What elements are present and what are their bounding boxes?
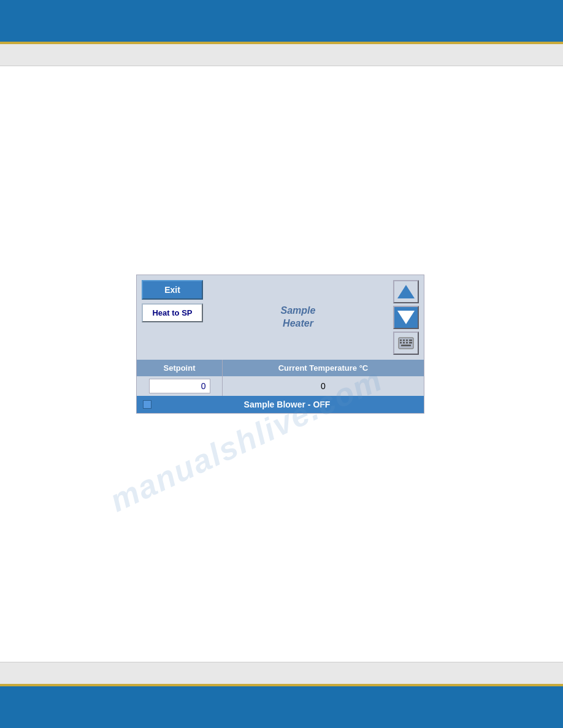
heat-to-sp-button[interactable]: Heat to SP [142, 303, 203, 322]
keyboard-icon [398, 337, 414, 349]
svg-rect-2 [403, 339, 405, 341]
keyboard-button[interactable] [393, 332, 419, 355]
svg-rect-7 [406, 342, 408, 344]
svg-rect-3 [406, 339, 408, 341]
top-bar [0, 0, 563, 42]
arrow-up-button[interactable] [393, 280, 419, 303]
svg-rect-6 [403, 342, 405, 344]
current-temp-cell: 0 [223, 376, 424, 396]
svg-rect-1 [400, 339, 402, 341]
arrow-down-icon [397, 311, 415, 324]
svg-rect-9 [401, 345, 411, 347]
blower-label: Sample Blower - OFF [156, 400, 418, 409]
right-controls [393, 280, 419, 355]
current-temp-value: 0 [321, 381, 326, 391]
footer-area [0, 662, 563, 684]
dialog-title: Sample Heater [208, 280, 388, 355]
blower-row[interactable]: Sample Blower - OFF [137, 396, 424, 413]
arrow-down-button[interactable] [393, 306, 419, 329]
main-content: Exit Heat to SP Sample Heater [0, 66, 563, 685]
bottom-bar [0, 686, 563, 728]
col-setpoint-header: Setpoint [137, 360, 223, 376]
svg-rect-5 [400, 342, 402, 344]
nav-area [0, 44, 563, 66]
dialog-top: Exit Heat to SP Sample Heater [137, 275, 424, 360]
exit-button[interactable]: Exit [142, 280, 203, 300]
table-data-row: 0 [137, 376, 424, 396]
title-line1: Sample [281, 305, 316, 316]
svg-rect-4 [409, 339, 412, 341]
col-current-temp-header: Current Temperature °C [223, 360, 424, 376]
setpoint-input[interactable] [149, 379, 210, 393]
setpoint-cell [137, 376, 223, 396]
dialog-panel: Exit Heat to SP Sample Heater [136, 275, 424, 414]
left-buttons: Exit Heat to SP [142, 280, 203, 355]
title-line2: Heater [283, 318, 313, 328]
svg-rect-8 [409, 342, 412, 344]
blower-indicator [143, 400, 151, 409]
table-header: Setpoint Current Temperature °C [137, 360, 424, 376]
arrow-up-icon [397, 285, 415, 298]
